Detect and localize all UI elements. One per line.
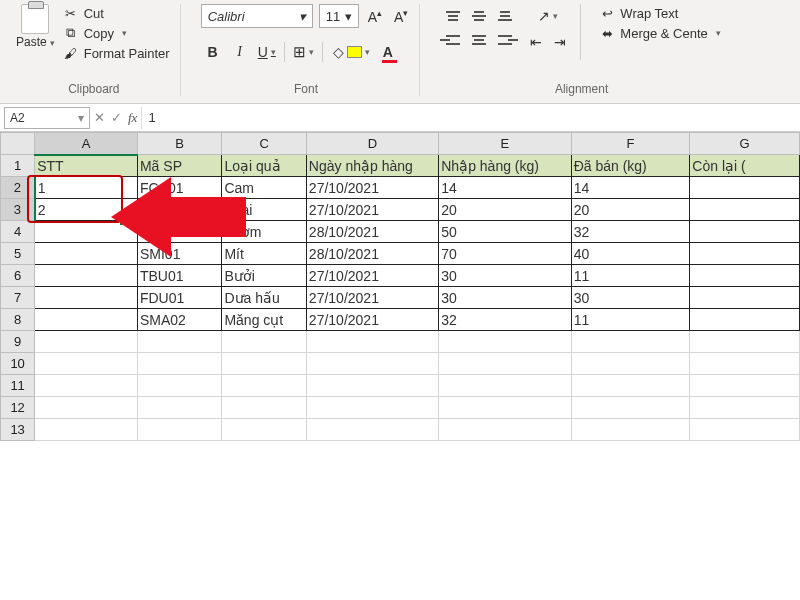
format-painter-button[interactable]: 🖌 Format Painter xyxy=(61,44,172,62)
cell-E8[interactable]: 32 xyxy=(439,309,571,331)
cell-A1[interactable]: STT xyxy=(35,155,138,177)
cell-F11[interactable] xyxy=(571,375,690,397)
cell-B5[interactable]: SMI01 xyxy=(137,243,221,265)
cell-E7[interactable]: 30 xyxy=(439,287,571,309)
cell-D7[interactable]: 27/10/2021 xyxy=(306,287,438,309)
cell-E1[interactable]: Nhập hàng (kg) xyxy=(439,155,571,177)
font-color-button[interactable]: A xyxy=(376,40,400,64)
cell-G12[interactable] xyxy=(690,397,800,419)
cell-A5[interactable] xyxy=(35,243,138,265)
column-header-E[interactable]: E xyxy=(439,133,571,155)
increase-indent-button[interactable]: ⇥ xyxy=(548,30,572,54)
font-size-selector[interactable]: 11▾ xyxy=(319,4,359,28)
cell-D3[interactable]: 27/10/2021 xyxy=(306,199,438,221)
cell-E13[interactable] xyxy=(439,419,571,441)
align-middle-button[interactable] xyxy=(466,4,492,28)
cell-C4[interactable]: Thơm xyxy=(222,221,306,243)
italic-button[interactable]: I xyxy=(228,40,252,64)
formula-input[interactable]: 1 xyxy=(141,107,796,129)
cell-A2[interactable]: 1 xyxy=(35,177,138,199)
cell-G7[interactable] xyxy=(690,287,800,309)
shrink-font-button[interactable]: A▾ xyxy=(391,8,411,25)
row-header-5[interactable]: 5 xyxy=(1,243,35,265)
align-bottom-button[interactable] xyxy=(492,4,518,28)
cell-F2[interactable]: 14 xyxy=(571,177,690,199)
borders-button[interactable]: ⊞ xyxy=(290,40,317,64)
cell-F12[interactable] xyxy=(571,397,690,419)
cell-G13[interactable] xyxy=(690,419,800,441)
row-header-9[interactable]: 9 xyxy=(1,331,35,353)
copy-button[interactable]: ⧉ Copy xyxy=(61,24,172,42)
cell-C2[interactable]: Cam xyxy=(222,177,306,199)
cell-G4[interactable] xyxy=(690,221,800,243)
grow-font-button[interactable]: A▴ xyxy=(365,8,385,25)
cell-G5[interactable] xyxy=(690,243,800,265)
row-header-10[interactable]: 10 xyxy=(1,353,35,375)
cell-F1[interactable]: Đã bán (kg) xyxy=(571,155,690,177)
cell-B6[interactable]: TBU01 xyxy=(137,265,221,287)
cell-D11[interactable] xyxy=(306,375,438,397)
cell-B3[interactable]: TXO xyxy=(137,199,221,221)
cell-A11[interactable] xyxy=(35,375,138,397)
cell-C13[interactable] xyxy=(222,419,306,441)
cell-A4[interactable] xyxy=(35,221,138,243)
column-header-A[interactable]: A xyxy=(35,133,138,155)
row-header-13[interactable]: 13 xyxy=(1,419,35,441)
column-header-D[interactable]: D xyxy=(306,133,438,155)
cell-F13[interactable] xyxy=(571,419,690,441)
cell-D9[interactable] xyxy=(306,331,438,353)
cell-D1[interactable]: Ngày nhập hàng xyxy=(306,155,438,177)
cell-D2[interactable]: 27/10/2021 xyxy=(306,177,438,199)
cell-A7[interactable] xyxy=(35,287,138,309)
cell-B11[interactable] xyxy=(137,375,221,397)
cell-G8[interactable] xyxy=(690,309,800,331)
row-header-6[interactable]: 6 xyxy=(1,265,35,287)
cell-E11[interactable] xyxy=(439,375,571,397)
cell-F10[interactable] xyxy=(571,353,690,375)
cell-B1[interactable]: Mã SP xyxy=(137,155,221,177)
cell-C11[interactable] xyxy=(222,375,306,397)
cell-B8[interactable]: SMA02 xyxy=(137,309,221,331)
bold-button[interactable]: B xyxy=(201,40,225,64)
cell-C5[interactable]: Mít xyxy=(222,243,306,265)
cell-B12[interactable] xyxy=(137,397,221,419)
cell-G3[interactable] xyxy=(690,199,800,221)
cell-D6[interactable]: 27/10/2021 xyxy=(306,265,438,287)
cell-C6[interactable]: Bưởi xyxy=(222,265,306,287)
decrease-indent-button[interactable]: ⇤ xyxy=(524,30,548,54)
cell-B7[interactable]: FDU01 xyxy=(137,287,221,309)
cell-B10[interactable] xyxy=(137,353,221,375)
fill-color-button[interactable]: ◇ xyxy=(328,40,373,64)
cell-G2[interactable] xyxy=(690,177,800,199)
column-header-B[interactable]: B xyxy=(137,133,221,155)
cell-A10[interactable] xyxy=(35,353,138,375)
cell-D5[interactable]: 28/10/2021 xyxy=(306,243,438,265)
cell-F4[interactable]: 32 xyxy=(571,221,690,243)
cut-button[interactable]: ✂ Cut xyxy=(61,4,172,22)
cell-A9[interactable] xyxy=(35,331,138,353)
cell-D4[interactable]: 28/10/2021 xyxy=(306,221,438,243)
align-top-button[interactable] xyxy=(440,4,466,28)
cell-A12[interactable] xyxy=(35,397,138,419)
worksheet[interactable]: ABCDEFG1STTMã SPLoại quảNgày nhập hàngNh… xyxy=(0,132,800,441)
cell-F8[interactable]: 11 xyxy=(571,309,690,331)
cell-F5[interactable]: 40 xyxy=(571,243,690,265)
cell-G1[interactable]: Còn lại ( xyxy=(690,155,800,177)
cell-C3[interactable]: Xoài xyxy=(222,199,306,221)
cell-G6[interactable] xyxy=(690,265,800,287)
cell-D8[interactable]: 27/10/2021 xyxy=(306,309,438,331)
row-header-2[interactable]: 2 xyxy=(1,177,35,199)
column-header-G[interactable]: G xyxy=(690,133,800,155)
cell-D10[interactable] xyxy=(306,353,438,375)
cell-E2[interactable]: 14 xyxy=(439,177,571,199)
cell-F3[interactable]: 20 xyxy=(571,199,690,221)
cell-E10[interactable] xyxy=(439,353,571,375)
cell-B13[interactable] xyxy=(137,419,221,441)
cell-C1[interactable]: Loại quả xyxy=(222,155,306,177)
cell-G10[interactable] xyxy=(690,353,800,375)
paste-button[interactable]: Paste xyxy=(16,4,55,49)
align-left-button[interactable] xyxy=(440,28,466,52)
row-header-8[interactable]: 8 xyxy=(1,309,35,331)
align-right-button[interactable] xyxy=(492,28,518,52)
row-header-11[interactable]: 11 xyxy=(1,375,35,397)
